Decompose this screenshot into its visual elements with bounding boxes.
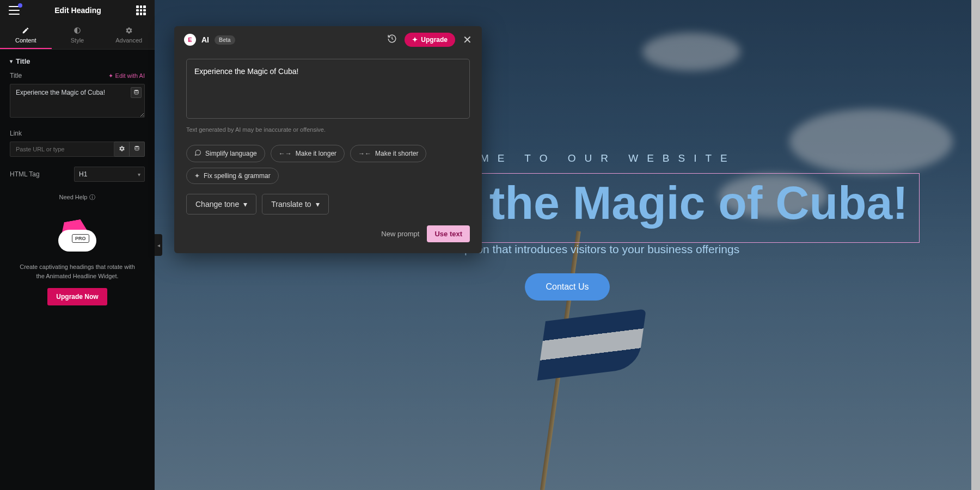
link-dynamic-button[interactable] [130, 142, 145, 157]
tab-style[interactable]: Style [52, 21, 103, 49]
tab-label: Style [71, 37, 84, 44]
simplify-language-chip[interactable]: Simplify language [186, 145, 265, 162]
section-title-label: Title [16, 57, 30, 65]
ai-upgrade-label: Upgrade [421, 36, 448, 44]
gear-icon [125, 26, 133, 35]
change-tone-label: Change tone [195, 200, 239, 209]
ai-chip-row: Simplify language ←→ Make it longer →← M… [186, 145, 470, 184]
beta-badge: Beta [215, 35, 235, 45]
svg-point-2 [135, 146, 139, 148]
close-icon: ✕ [463, 34, 472, 46]
ai-modal: E AI Beta ✦ Upgrade ✕ Text generated by … [174, 26, 482, 253]
chevron-left-icon: ◂ [157, 242, 160, 248]
promo-illustration: PRO [53, 218, 102, 256]
expand-icon: ←→ [279, 150, 292, 157]
need-help-link[interactable]: Need Help ⓘ [59, 193, 96, 201]
translate-to-dropdown[interactable]: Translate to ▾ [262, 194, 328, 215]
gear-icon [119, 145, 125, 154]
chip-label: Make it longer [296, 150, 336, 157]
tone-row: Change tone ▾ Translate to ▾ [186, 194, 470, 215]
history-icon [387, 34, 397, 44]
dynamic-tags-button[interactable] [131, 87, 142, 98]
edit-with-ai-link[interactable]: ✦ Edit with AI [108, 72, 145, 79]
pencil-icon [21, 26, 30, 35]
history-button[interactable] [387, 34, 397, 46]
menu-button[interactable] [9, 6, 20, 15]
panel-title: Edit Heading [54, 6, 101, 15]
translate-to-label: Translate to [271, 200, 311, 209]
tab-label: Content [15, 37, 36, 44]
ai-upgrade-button[interactable]: ✦ Upgrade [405, 33, 455, 47]
sparkle-icon: ✦ [412, 36, 418, 44]
chip-label: Make it shorter [375, 150, 418, 157]
panel-header: Edit Heading [0, 0, 155, 21]
promo-block: PRO Create captivating headings that rot… [10, 218, 145, 305]
ai-disclaimer: Text generated by AI may be inaccurate o… [186, 126, 470, 133]
widgets-grid-button[interactable] [136, 5, 146, 15]
chevron-down-icon: ▾ [243, 200, 247, 209]
link-input[interactable] [10, 142, 114, 157]
sparkle-icon: ✦ [108, 72, 113, 79]
help-icon: ⓘ [89, 193, 95, 201]
link-field-row: Link [10, 130, 145, 137]
upgrade-now-button[interactable]: Upgrade Now [47, 288, 107, 305]
title-field-row: Title ✦ Edit with AI [10, 72, 145, 79]
link-input-row [10, 142, 145, 157]
title-label: Title [10, 72, 22, 79]
collapse-panel-handle[interactable]: ◂ [155, 234, 162, 256]
change-tone-dropdown[interactable]: Change tone ▾ [186, 194, 256, 215]
caret-down-icon: ▾ [10, 58, 13, 64]
ai-modal-header: E AI Beta ✦ Upgrade ✕ [174, 26, 482, 53]
chevron-down-icon: ▾ [316, 200, 320, 209]
chip-label: Simplify language [205, 150, 257, 157]
ai-modal-body: Text generated by AI may be inaccurate o… [174, 53, 482, 253]
svg-point-1 [134, 89, 138, 91]
link-label: Link [10, 130, 22, 137]
need-help-label: Need Help [59, 194, 88, 200]
new-prompt-button[interactable]: New prompt [381, 230, 419, 238]
html-tag-select[interactable]: H1 [74, 167, 145, 182]
ai-modal-title: AI [201, 35, 209, 44]
title-textarea[interactable] [10, 84, 145, 118]
fix-spelling-chip[interactable]: ✦ Fix spelling & grammar [186, 168, 279, 184]
panel-tabs: Content Style Advanced [0, 21, 155, 50]
edit-with-ai-label: Edit with AI [115, 72, 145, 79]
make-longer-chip[interactable]: ←→ Make it longer [271, 145, 345, 162]
chat-icon [194, 149, 201, 158]
sparkle-icon: ✦ [194, 172, 200, 180]
html-tag-label: HTML Tag [10, 170, 40, 178]
notification-dot-icon [18, 3, 22, 8]
tab-advanced[interactable]: Advanced [103, 21, 155, 49]
section-title-toggle[interactable]: ▾ Title [10, 57, 145, 65]
promo-text: Create captivating headings that rotate … [15, 262, 139, 280]
editor-panel: Edit Heading Content Style [0, 0, 155, 490]
database-icon [134, 145, 140, 153]
title-textarea-wrap [10, 84, 145, 120]
database-icon [133, 89, 139, 96]
contact-us-button[interactable]: Contact Us [525, 273, 609, 301]
panel-body: ▾ Title Title ✦ Edit with AI Lin [0, 50, 155, 490]
close-modal-button[interactable]: ✕ [463, 34, 472, 45]
compress-icon: →← [358, 150, 371, 157]
make-shorter-chip[interactable]: →← Make it shorter [350, 145, 426, 162]
pro-badge: PRO [72, 234, 89, 243]
elementor-logo-icon: E [184, 34, 196, 46]
style-icon [73, 26, 82, 35]
ai-modal-footer: New prompt Use text [186, 225, 470, 242]
tab-label: Advanced [115, 37, 142, 44]
link-options-button[interactable] [114, 142, 130, 157]
chip-label: Fix spelling & grammar [204, 172, 271, 180]
html-tag-row: HTML Tag H1 [10, 167, 145, 182]
use-text-button[interactable]: Use text [427, 225, 470, 242]
tab-content[interactable]: Content [0, 21, 52, 49]
ai-prompt-textarea[interactable] [186, 59, 470, 119]
